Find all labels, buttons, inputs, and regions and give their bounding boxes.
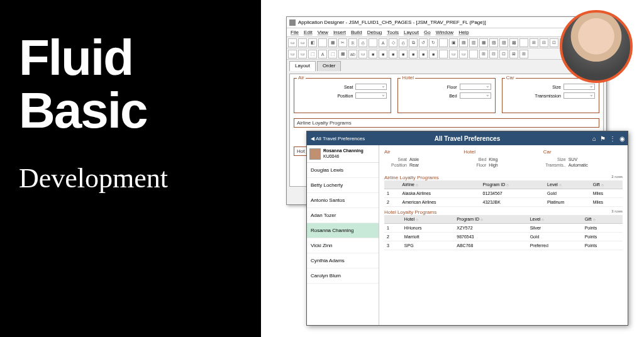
toolbar-button[interactable]: ▣ (449, 38, 458, 47)
col-header[interactable] (384, 215, 402, 224)
col-header[interactable]: Hotel ◇ (402, 215, 454, 224)
toolbar-button[interactable]: ↻ (429, 38, 438, 47)
toolbar-button[interactable]: ■ (409, 50, 418, 58)
toolbar-button[interactable]: A (318, 50, 327, 58)
menu-edit[interactable]: Edit (304, 30, 313, 35)
toolbar-button[interactable]: ■ (399, 50, 408, 58)
toolbar-button[interactable]: ⎘ (348, 38, 357, 47)
toolbar-button[interactable]: ⊡ (499, 50, 508, 58)
menu-debug[interactable]: Debug (367, 30, 382, 35)
table-row[interactable]: 3SPGABC768PreferredPoints (384, 241, 623, 250)
tab-order[interactable]: Order (317, 61, 341, 71)
toolbar-button[interactable]: ▨ (499, 38, 508, 47)
toolbar-button[interactable]: ■ (369, 50, 377, 58)
col-header[interactable]: Program ID ◇ (454, 215, 527, 224)
table-row[interactable]: 1Alaska Airlines01234567GoldMiles (384, 189, 623, 198)
table-row[interactable]: 1HHonorsXZY572SilverPoints (384, 224, 623, 233)
cell: Alaska Airlines (400, 189, 480, 198)
toolbar-button[interactable]: ⊡ (550, 38, 558, 47)
toolbar-button[interactable]: ⬚ (308, 50, 317, 58)
toolbar-button[interactable]: ■ (379, 50, 387, 58)
toolbar-button[interactable]: ▭ (288, 38, 297, 47)
toolbar-button[interactable]: ▭ (288, 50, 297, 58)
menu-build[interactable]: Build (351, 30, 362, 35)
toolbar-button[interactable]: ◇ (389, 38, 397, 47)
actions-icon[interactable]: ⋮ (609, 135, 616, 142)
menu-view[interactable]: View (318, 30, 328, 35)
toolbar-button[interactable]: ab (348, 50, 357, 58)
toolbar-button[interactable]: ▦ (328, 38, 337, 47)
menu-window[interactable]: Window (436, 30, 453, 35)
toolbar-button[interactable]: ▥ (469, 38, 478, 47)
menu-help[interactable]: Help (458, 30, 469, 35)
flag-icon[interactable]: ⚑ (600, 135, 606, 142)
col-header[interactable]: Airline ◇ (400, 180, 480, 189)
col-header[interactable] (384, 180, 400, 189)
toolbar-button[interactable]: ⎙ (358, 38, 367, 47)
col-header[interactable]: Program ID ◇ (480, 180, 545, 189)
toolbar-button[interactable]: ↺ (419, 38, 428, 47)
col-header[interactable]: Gift ◇ (591, 180, 623, 189)
toolbar-button[interactable]: ⊞ (479, 50, 488, 58)
nav-icon[interactable]: ◉ (619, 135, 625, 142)
menu-file[interactable]: File (291, 30, 299, 35)
list-item[interactable]: Cynthia Adams (307, 253, 379, 268)
size-dropdown[interactable] (564, 84, 595, 90)
list-item[interactable]: Vicki Zinn (307, 238, 379, 253)
floor-dropdown[interactable] (460, 84, 491, 90)
table-row[interactable]: 2Marriott9876543GoldPoints (384, 233, 623, 241)
list-item[interactable]: Carolyn Blum (307, 268, 379, 284)
toolbar-button[interactable] (369, 38, 377, 47)
toolbar-button[interactable]: ▭ (449, 50, 458, 58)
toolbar-button[interactable]: ■ (419, 50, 428, 58)
toolbar-button[interactable]: ▭ (358, 50, 367, 58)
toolbar-button[interactable] (519, 38, 528, 47)
toolbar-button[interactable]: ▦ (338, 50, 347, 58)
bed-dropdown[interactable] (460, 92, 491, 99)
transmission-dropdown[interactable] (564, 92, 595, 99)
toolbar-button[interactable]: ▩ (509, 38, 518, 47)
toolbar-button[interactable] (439, 50, 448, 58)
toolbar-button[interactable]: ⊞ (519, 50, 528, 58)
menu-layout[interactable]: Layout (404, 30, 419, 35)
position-dropdown[interactable] (355, 92, 387, 99)
tab-layout[interactable]: Layout (289, 61, 316, 71)
toolbar-button[interactable]: ⎙ (399, 38, 408, 47)
toolbar-button[interactable]: ⧉ (409, 38, 418, 47)
menu-tools[interactable]: Tools (387, 30, 399, 35)
toolbar-button[interactable]: ▧ (489, 38, 498, 47)
toolbar-button[interactable]: ▦ (479, 38, 488, 47)
toolbar-button[interactable]: ▭ (298, 38, 307, 47)
table-row[interactable]: 2American Airlines4323JBKPlatinumMiles (384, 198, 623, 207)
list-item[interactable]: Antonio Santos (307, 193, 379, 208)
list-item[interactable]: Rosanna Channing (307, 223, 379, 238)
toolbar-button[interactable]: ■ (389, 50, 397, 58)
col-header[interactable]: Level ◇ (545, 180, 591, 189)
toolbar-button[interactable]: ⊞ (530, 38, 538, 47)
home-icon[interactable]: ⌂ (592, 135, 596, 142)
toolbar-button[interactable]: ▤ (459, 38, 468, 47)
seat-dropdown[interactable] (355, 84, 387, 90)
list-item[interactable]: Betty Locherty (307, 178, 379, 193)
toolbar-button[interactable]: ⊟ (540, 38, 548, 47)
menu-insert[interactable]: Insert (333, 30, 346, 35)
toolbar-button[interactable]: ▭ (459, 50, 468, 58)
back-button[interactable]: ◀ All Travel Preferences (307, 136, 369, 141)
toolbar-button[interactable]: ⊠ (509, 50, 518, 58)
menu-go[interactable]: Go (424, 30, 431, 35)
toolbar-button[interactable] (469, 50, 478, 58)
toolbar-button[interactable]: ■ (429, 50, 438, 58)
col-header[interactable]: Gift ◇ (582, 215, 623, 224)
toolbar-button[interactable] (318, 38, 327, 47)
list-item[interactable]: Douglas Lewis (307, 163, 379, 178)
toolbar-button[interactable]: ⊟ (489, 50, 498, 58)
col-header[interactable]: Level ◇ (528, 215, 582, 224)
toolbar-button[interactable]: ▭ (298, 50, 307, 58)
toolbar-button[interactable]: ◧ (308, 38, 317, 47)
window-titlebar[interactable]: Application Designer - JSM_FLUID1_CH5_PA… (287, 17, 606, 28)
list-item[interactable]: Adan Tozer (307, 208, 379, 223)
toolbar-button[interactable]: ✂ (338, 38, 347, 47)
toolbar-button[interactable]: ⬚ (328, 50, 337, 58)
toolbar-button[interactable]: A (379, 38, 387, 47)
toolbar-button[interactable] (439, 38, 448, 47)
